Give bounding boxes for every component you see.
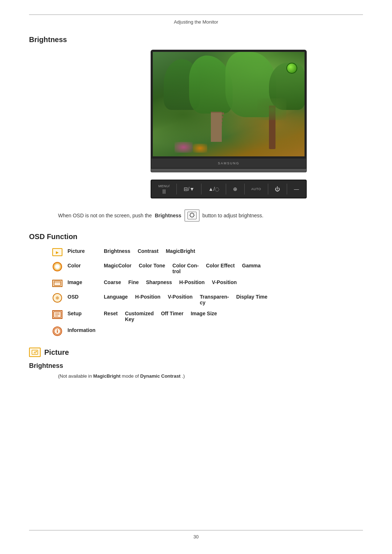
osd-item: H-Position <box>135 294 160 305</box>
osd-item: Reset <box>104 311 118 322</box>
info-icon-graphic <box>53 327 62 336</box>
osd-item: CustomizedKey <box>125 311 154 322</box>
osd-label-image: Image <box>68 278 104 285</box>
osd-item: Transparen-cy <box>200 294 229 305</box>
bottom-rule <box>29 530 363 530</box>
picture-heading: Picture <box>29 348 363 357</box>
osd-input-btn[interactable]: ⊕ <box>233 186 237 192</box>
osd-item: Image Size <box>191 311 217 322</box>
osd-icon-information <box>51 326 64 337</box>
brightness-icon-box <box>184 209 200 222</box>
osd-menu-icon: ||| <box>162 189 166 194</box>
picture-section-icon <box>29 348 41 357</box>
osd-menu-btn[interactable]: MENU/ ||| <box>158 184 170 194</box>
osd-icon-picture <box>51 247 64 258</box>
osd-item: Brightness <box>104 248 130 254</box>
osd-table: Picture Brightness Contrast MagicBright … <box>51 247 363 337</box>
picture-icon-graphic <box>52 248 62 256</box>
osd-items-osd: Language H-Position V-Position Transpare… <box>104 292 268 305</box>
brightness-note: (Not available in MagicBright mode of Dy… <box>58 373 363 379</box>
osd-divider-4 <box>244 184 245 194</box>
brightness-notice-text-before: When OSD is not on the screen, push the <box>58 213 152 218</box>
picture-section-icon-svg <box>32 350 38 355</box>
svg-point-18 <box>57 329 58 330</box>
osd-item: H-Position <box>179 279 205 285</box>
osd-icon-graphic: ⊕ <box>53 293 62 303</box>
osd-item: Color Tone <box>139 263 165 274</box>
osd-divider-5 <box>268 184 268 194</box>
osd-brightness-icon: ▲/◌ <box>208 186 219 192</box>
osd-row-osd: ⊕ OSD Language H-Position V-Position Tra… <box>51 292 363 305</box>
osd-items-picture: Brightness Contrast MagicBright <box>104 247 195 254</box>
monitor-stand <box>151 169 307 172</box>
picture-section-label: Picture <box>44 348 69 357</box>
svg-point-21 <box>36 351 37 352</box>
image-icon-graphic <box>52 280 62 287</box>
top-rule <box>29 15 363 15</box>
note-text-middle: mode of <box>122 373 139 379</box>
note-bold-1: MagicBright <box>93 373 121 379</box>
osd-label-information: Information <box>68 326 104 333</box>
osd-auto-btn[interactable]: AUTO <box>251 187 261 191</box>
osd-row-image: Image Coarse Fine Sharpness H-Position V… <box>51 278 363 289</box>
brightness-sun-icon <box>187 211 197 220</box>
osd-items-setup: Reset CustomizedKey Off Timer Image Size <box>104 309 217 322</box>
osd-item: MagicColor <box>104 263 131 274</box>
osd-bar: MENU/ ||| ⊟/▼ ▲/◌ ⊕ AUTO ⏻ <box>151 180 307 198</box>
brightness-notice: When OSD is not on the screen, push the … <box>58 209 363 222</box>
osd-item: Off Timer <box>161 311 183 322</box>
color-icon-graphic <box>53 262 62 271</box>
monitor-screen <box>151 50 307 159</box>
osd-item: Color Con-trol <box>172 263 199 274</box>
image-icon-svg <box>54 281 61 286</box>
osd-auto-label: AUTO <box>251 187 261 191</box>
osd-item: Gamma <box>242 263 261 274</box>
brightness-notice-bold: Brightness <box>155 213 181 218</box>
svg-line-9 <box>190 216 191 217</box>
setup-icon-graphic <box>52 310 62 319</box>
osd-power-icon: ⏻ <box>275 186 280 192</box>
osd-divider-3 <box>226 184 226 194</box>
osd-select-btn[interactable]: ⊟/▼ <box>184 186 195 192</box>
brand-label: SAMSUNG <box>218 161 240 165</box>
osd-minus-btn[interactable]: — <box>294 186 299 192</box>
osd-menu-label: MENU/ <box>158 184 170 188</box>
osd-icon-setup <box>51 309 64 320</box>
page-number: 30 <box>29 534 363 539</box>
osd-divider-6 <box>287 184 287 194</box>
osd-item: V-Position <box>212 279 237 285</box>
osd-item: Display Time <box>236 294 268 305</box>
osd-row-picture: Picture Brightness Contrast MagicBright <box>51 247 363 258</box>
setup-icon-svg <box>53 311 61 318</box>
osd-label-setup: Setup <box>68 309 104 316</box>
osd-select-icon: ⊟/▼ <box>184 186 195 192</box>
note-text-after: .) <box>182 373 185 379</box>
osd-minus-icon: — <box>294 186 299 192</box>
osd-item: Fine <box>128 279 139 285</box>
bottom-area: 30 <box>0 530 392 539</box>
svg-line-6 <box>190 213 191 214</box>
osd-item: Sharpness <box>146 279 172 285</box>
monitor-image-area: SAMSUNG MENU/ ||| ⊟/▼ ▲/◌ ⊕ AUTO <box>94 50 363 198</box>
note-bold-2: Dynamic Contrast <box>140 373 180 379</box>
brightness-sub-heading: Brightness <box>29 362 363 370</box>
osd-brightness-btn[interactable]: ▲/◌ <box>208 186 219 192</box>
osd-label-osd: OSD <box>68 292 104 300</box>
osd-divider-2 <box>201 184 201 194</box>
osd-label-picture: Picture <box>68 247 104 254</box>
osd-icon-color <box>51 261 64 272</box>
note-text-before: (Not available in <box>58 373 92 379</box>
osd-item: Coarse <box>104 279 121 285</box>
svg-line-8 <box>193 213 194 214</box>
svg-line-7 <box>193 216 194 217</box>
osd-item: V-Position <box>168 294 192 305</box>
page-container: Adjusting the Monitor Brightness <box>0 0 392 554</box>
osd-power-btn[interactable]: ⏻ <box>275 186 280 192</box>
osd-input-icon: ⊕ <box>233 186 237 192</box>
osd-row-information: Information <box>51 326 363 337</box>
osd-item: Color Effect <box>206 263 234 274</box>
osd-function-heading: OSD Function <box>29 233 363 241</box>
osd-divider-1 <box>176 184 177 194</box>
osd-item: Language <box>104 294 128 305</box>
svg-rect-10 <box>54 281 61 286</box>
